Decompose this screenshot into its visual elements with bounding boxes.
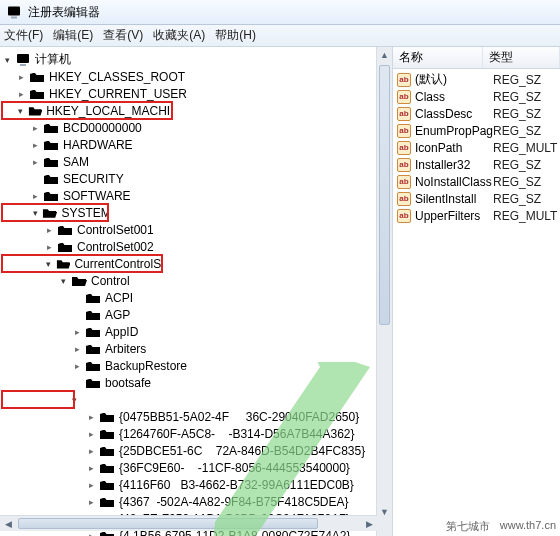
tree-control[interactable]: Control [2, 272, 392, 289]
scroll-thumb[interactable] [18, 518, 318, 529]
tree-label: AGP [105, 308, 130, 322]
column-name[interactable]: 名称 [393, 47, 483, 68]
tree-guid-1[interactable]: {0475BB51-5A02-4F 36C-29040FAD2650} [2, 408, 392, 425]
value-name: (默认) [415, 71, 493, 88]
tree-backup[interactable]: BackupRestore [2, 357, 392, 374]
tree-cs1[interactable]: ControlSet001 [2, 221, 392, 238]
tree-scrollbar-horizontal[interactable]: ◀ ▶ [0, 515, 377, 531]
expand-icon[interactable] [30, 122, 41, 133]
tree-hardware[interactable]: HARDWARE [2, 136, 392, 153]
value-row[interactable]: abNoInstallClassREG_SZ [393, 173, 560, 190]
expand-icon[interactable] [86, 479, 97, 490]
tree-bootsafe[interactable]: bootsafe [2, 374, 392, 391]
expand-icon[interactable] [30, 190, 41, 201]
string-value-icon: ab [397, 90, 411, 104]
value-row[interactable]: abClassREG_SZ [393, 88, 560, 105]
value-name: Class [415, 90, 493, 104]
folder-icon [85, 376, 101, 389]
expand-icon[interactable] [72, 360, 83, 371]
value-row[interactable]: abSilentInstallREG_SZ [393, 190, 560, 207]
titlebar[interactable]: 注册表编辑器 [0, 0, 560, 25]
tree-guid-3[interactable]: {25DBCE51-6C 72A-846D-B54D2B4FC835} [2, 442, 392, 459]
value-type: REG_SZ [493, 158, 560, 172]
expand-icon[interactable] [16, 71, 27, 82]
expand-icon[interactable] [86, 428, 97, 439]
tree-class[interactable]: Class [2, 391, 74, 408]
expand-icon[interactable] [30, 156, 41, 167]
value-row[interactable]: abInstaller32REG_SZ [393, 156, 560, 173]
value-type: REG_SZ [493, 107, 560, 121]
tree-agp[interactable]: AGP [2, 306, 392, 323]
tree-label: {36FC9E60- -11CF-8056-444553540000} [119, 461, 350, 475]
expand-icon[interactable] [2, 54, 13, 65]
tree-arbiters[interactable]: Arbiters [2, 340, 392, 357]
tree-root-computer[interactable]: 计算机 [2, 51, 392, 68]
menu-help[interactable]: 帮助(H) [215, 27, 256, 44]
tree-ccs[interactable]: CurrentControlSet [2, 255, 162, 272]
expand-icon[interactable] [86, 496, 97, 507]
value-row[interactable]: ab(默认)REG_SZ [393, 71, 560, 88]
menu-file[interactable]: 文件(F) [4, 27, 43, 44]
value-row[interactable]: abEnumPropPag...REG_SZ [393, 122, 560, 139]
scroll-right-icon[interactable]: ▶ [361, 516, 377, 532]
scroll-down-icon[interactable]: ▼ [377, 504, 392, 520]
tree-hkcr[interactable]: HKEY_CLASSES_ROOT [2, 68, 392, 85]
value-name: Installer32 [415, 158, 493, 172]
window: 注册表编辑器 文件(F) 编辑(E) 查看(V) 收藏夹(A) 帮助(H) 计算… [0, 0, 560, 536]
value-row[interactable]: abIconPathREG_MULT [393, 139, 560, 156]
tree-sam[interactable]: SAM [2, 153, 392, 170]
folder-icon [85, 359, 101, 372]
expand-icon[interactable] [86, 462, 97, 473]
folder-icon [99, 461, 115, 474]
tree-label: {4367 -502A-4A82-9F84-B75F418C5DEA} [119, 495, 349, 509]
expand-icon[interactable] [86, 445, 97, 456]
tree-label: CurrentControlSet [74, 257, 162, 271]
expand-icon[interactable] [44, 241, 55, 252]
expand-icon[interactable] [58, 275, 69, 286]
tree-software[interactable]: SOFTWARE [2, 187, 392, 204]
tree-appid[interactable]: AppID [2, 323, 392, 340]
string-value-icon: ab [397, 73, 411, 87]
scroll-thumb[interactable] [379, 65, 390, 325]
folder-icon [99, 495, 115, 508]
expand-icon[interactable] [30, 207, 40, 218]
tree-cs2[interactable]: ControlSet002 [2, 238, 392, 255]
value-name: IconPath [415, 141, 493, 155]
expand-icon[interactable] [44, 224, 55, 235]
tree-security[interactable]: SECURITY [2, 170, 392, 187]
expand-icon[interactable] [72, 343, 83, 354]
menu-view[interactable]: 查看(V) [103, 27, 143, 44]
folder-icon [42, 206, 57, 219]
folder-icon [85, 308, 101, 321]
folder-icon [43, 172, 59, 185]
menu-edit[interactable]: 编辑(E) [53, 27, 93, 44]
tree-bcd[interactable]: BCD00000000 [2, 119, 392, 136]
expand-icon[interactable] [16, 88, 27, 99]
expand-icon[interactable] [16, 105, 26, 116]
expand-icon[interactable] [72, 326, 83, 337]
tree[interactable]: 计算机 HKEY_CLASSES_ROOT HKEY_CURRENT_USER … [0, 47, 392, 536]
scroll-left-icon[interactable]: ◀ [0, 516, 16, 532]
tree-label: {25DBCE51-6C 72A-846D-B54D2B4FC835} [119, 444, 365, 458]
tree-guid-2[interactable]: {1264760F-A5C8- -B314-D56A7B44A362} [2, 425, 392, 442]
expand-icon[interactable] [86, 411, 97, 422]
tree-acpi[interactable]: ACPI [2, 289, 392, 306]
tree-guid-6[interactable]: {4367 -502A-4A82-9F84-B75F418C5DEA} [2, 493, 392, 510]
expand-icon[interactable] [44, 258, 54, 269]
value-row[interactable]: abClassDescREG_SZ [393, 105, 560, 122]
menu-favorites[interactable]: 收藏夹(A) [153, 27, 205, 44]
value-row[interactable]: abUpperFiltersREG_MULT [393, 207, 560, 224]
column-type[interactable]: 类型 [483, 47, 560, 68]
tree-guid-5[interactable]: {4116F60 B3-4662-B732-99A6111EDC0B} [2, 476, 392, 493]
tree-system[interactable]: SYSTEM [2, 204, 108, 221]
scroll-up-icon[interactable]: ▲ [377, 47, 392, 63]
tree-hklm[interactable]: HKEY_LOCAL_MACHINE [2, 102, 172, 119]
expand-icon[interactable] [30, 139, 41, 150]
expand-icon[interactable] [72, 394, 77, 405]
tree-scrollbar-vertical[interactable]: ▲ ▼ [376, 47, 392, 536]
folder-icon [43, 155, 59, 168]
content: 计算机 HKEY_CLASSES_ROOT HKEY_CURRENT_USER … [0, 47, 560, 536]
values-pane: 名称 类型 ab(默认)REG_SZabClassREG_SZabClassDe… [393, 47, 560, 536]
tree-guid-4[interactable]: {36FC9E60- -11CF-8056-444553540000} [2, 459, 392, 476]
tree-hkcu[interactable]: HKEY_CURRENT_USER [2, 85, 392, 102]
